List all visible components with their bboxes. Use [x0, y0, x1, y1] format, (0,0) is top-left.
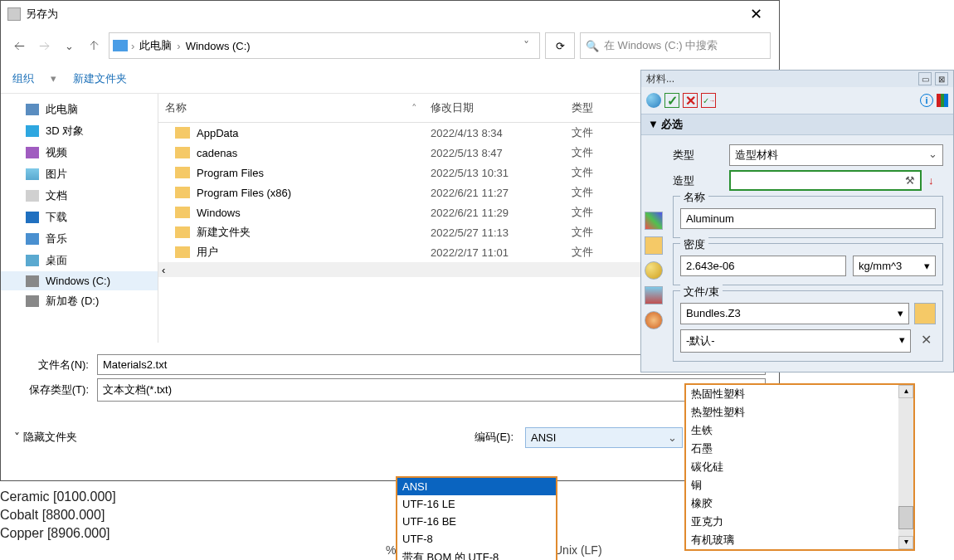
material-option[interactable]: 生铁 [686, 421, 898, 440]
sidebar-item-label: 音乐 [46, 231, 67, 246]
shape-arrow-icon[interactable]: ↓ [928, 174, 943, 187]
sidebar: 此电脑3D 对象视频图片文档下载音乐桌面Windows (C:)新加卷 (D:) [1, 94, 158, 343]
filetype-combo[interactable]: 文本文档(*.txt) [97, 378, 766, 402]
sidebar-item[interactable]: 文档 [1, 185, 158, 207]
breadcrumb-segment[interactable]: Windows (C:) [181, 40, 256, 52]
material-option[interactable]: 橡胶 [686, 494, 898, 513]
sidebar-item-label: 新加卷 (D:) [46, 294, 99, 309]
layers-icon[interactable] [937, 94, 948, 107]
file-date: 2022/5/27 11:13 [431, 226, 572, 239]
dropdown-scrollbar[interactable]: ▴ ▾ [898, 385, 913, 549]
refresh-button[interactable]: ⟳ [545, 32, 575, 59]
sidebar-item[interactable]: 下载 [1, 207, 158, 228]
density-fieldset: 密度 2.643e-06 kg/mm^3▾ [673, 243, 943, 285]
material-option[interactable]: 碳化硅 [686, 458, 898, 476]
encoding-option[interactable]: ANSI [397, 478, 556, 495]
info-icon[interactable]: i [920, 94, 933, 107]
file-name: 新建文件夹 [197, 225, 431, 240]
file-legend: 文件/束 [680, 285, 723, 299]
apply-continue-icon[interactable] [701, 93, 716, 108]
file-name: Windows [197, 207, 431, 219]
name-legend: 名称 [680, 190, 708, 205]
material-option[interactable]: 热固性塑料 [686, 385, 898, 403]
material-option[interactable]: 有机玻璃 [686, 531, 898, 549]
density-value-input[interactable]: 2.643e-06 [680, 256, 846, 276]
density-legend: 密度 [680, 237, 708, 252]
material-category-icons [645, 212, 666, 329]
apply-icon[interactable]: ✓ [664, 93, 679, 108]
cat-icon-4[interactable] [645, 286, 663, 304]
search-placeholder: 在 Windows (C:) 中搜索 [604, 38, 718, 53]
filename-label: 文件名(N): [14, 358, 89, 373]
folder-icon [175, 226, 190, 238]
hide-folders-toggle[interactable]: 隐藏文件夹 [14, 430, 77, 445]
file-name: 用户 [197, 245, 431, 260]
organize-menu[interactable]: 组织 [12, 71, 34, 86]
nav-forward-button[interactable]: 🡢 [34, 36, 54, 56]
globe-icon[interactable] [646, 93, 661, 108]
material-option[interactable]: 热塑性塑料 [686, 403, 898, 421]
nav-history-button[interactable] [59, 36, 79, 56]
cat-icon-5[interactable] [645, 311, 663, 329]
cat-icon-3[interactable] [645, 261, 663, 280]
folder-icon [175, 187, 190, 198]
shape-combo[interactable]: ⚒ [729, 170, 922, 191]
sidebar-item[interactable]: 此电脑 [1, 99, 158, 120]
encoding-option[interactable]: UTF-16 BE [397, 513, 556, 530]
open-folder-icon[interactable] [914, 303, 936, 324]
dialog-titlebar: 另存为 ✕ [1, 1, 779, 27]
material-panel-title: 材料... ▭ ⊠ [641, 71, 953, 87]
nav-back-button[interactable]: 🡠 [9, 36, 29, 56]
sidebar-item[interactable]: 3D 对象 [1, 120, 158, 142]
breadcrumb-segment[interactable]: 此电脑 [134, 38, 177, 53]
density-unit-combo[interactable]: kg/mm^3▾ [853, 256, 936, 276]
sidebar-item-icon [26, 212, 39, 223]
encoding-option[interactable]: 带有 BOM 的 UTF-8 [397, 548, 556, 560]
delete-icon[interactable]: ✕ [916, 329, 936, 349]
sidebar-item-icon [26, 295, 39, 307]
sidebar-item[interactable]: 视频 [1, 142, 158, 163]
material-option[interactable]: 亚克力 [686, 513, 898, 531]
sidebar-item-icon [26, 233, 39, 245]
file-type: 文件 [572, 125, 593, 140]
material-option[interactable]: 铜 [686, 476, 898, 494]
panel-close-icon[interactable]: ⊠ [935, 72, 948, 85]
material-option[interactable]: 石墨 [686, 440, 898, 458]
cancel-icon[interactable]: ✕ [683, 93, 698, 108]
file-bundle-combo[interactable]: Bundles.Z3▾ [680, 303, 909, 324]
folder-icon [175, 127, 190, 139]
cat-icon-1[interactable] [645, 212, 663, 230]
material-toolbar: ✓ ✕ i [641, 87, 953, 114]
sidebar-item[interactable]: 音乐 [1, 228, 158, 250]
nav-up-button[interactable]: 🡡 [84, 36, 104, 56]
material-dropdown-list[interactable]: 热固性塑料热塑性塑料生铁石墨碳化硅铜橡胶亚克力有机玻璃铸铁 ▴ ▾ [684, 383, 915, 551]
material-name-input[interactable]: Aluminum [680, 208, 936, 229]
file-type: 文件 [572, 245, 593, 260]
cat-icon-2[interactable] [645, 236, 663, 255]
sidebar-item[interactable]: 新加卷 (D:) [1, 290, 158, 312]
file-type: 文件 [572, 165, 593, 180]
search-input[interactable]: 🔍 在 Windows (C:) 中搜索 [580, 32, 771, 59]
sidebar-item[interactable]: Windows (C:) [1, 271, 158, 290]
sidebar-item[interactable]: 图片 [1, 163, 158, 185]
sidebar-item-label: 下载 [46, 210, 67, 225]
default-combo[interactable]: -默认-▾ [680, 329, 911, 353]
material-type-combo[interactable]: 造型材料 [729, 144, 943, 166]
panel-restore-icon[interactable]: ▭ [918, 72, 932, 85]
filetype-label: 保存类型(T): [14, 382, 89, 397]
breadcrumb-bar[interactable]: › 此电脑 › Windows (C:) [109, 32, 540, 59]
folder-icon [175, 167, 190, 178]
encoding-option[interactable]: UTF-8 [397, 530, 556, 548]
sidebar-item[interactable]: 桌面 [1, 250, 158, 271]
encoding-option[interactable]: UTF-16 LE [397, 495, 556, 513]
encoding-combo[interactable]: ANSI [525, 427, 683, 448]
close-button[interactable]: ✕ [740, 2, 772, 27]
file-type: 文件 [572, 145, 593, 160]
sidebar-item-icon [26, 275, 39, 287]
sidebar-item-label: 桌面 [46, 253, 67, 268]
required-section-header[interactable]: ▼ 必选 [641, 114, 953, 135]
sidebar-item-icon [26, 104, 39, 115]
new-folder-button[interactable]: 新建文件夹 [73, 71, 127, 86]
breadcrumb-dropdown[interactable] [517, 39, 536, 52]
encoding-dropdown-list[interactable]: ANSIUTF-16 LEUTF-16 BEUTF-8带有 BOM 的 UTF-… [396, 476, 557, 560]
